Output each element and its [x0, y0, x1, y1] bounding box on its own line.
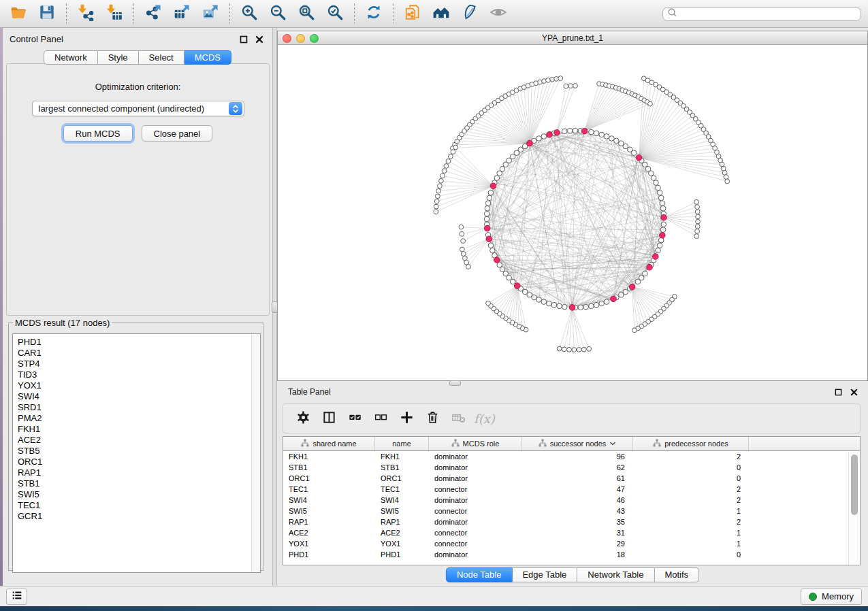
create-column-button[interactable]	[393, 406, 419, 431]
mcds-result-item[interactable]: STB5	[13, 446, 260, 457]
cell-shared-name: SWI5	[283, 507, 375, 515]
show-columns-button[interactable]	[316, 406, 342, 431]
search-input[interactable]	[680, 9, 856, 18]
mcds-result-scrollbar[interactable]	[251, 334, 260, 572]
mcds-result-item[interactable]: STB1	[13, 478, 260, 489]
tab-node-table[interactable]: Node Table	[446, 567, 513, 582]
cell-successor-nodes: 18	[522, 550, 633, 559]
mcds-result-item[interactable]: CAR1	[13, 348, 260, 359]
column-header-name[interactable]: name	[375, 437, 429, 450]
cell-name: STB1	[375, 463, 429, 472]
shared-column-icon	[301, 439, 309, 448]
mcds-result-item[interactable]: RAP1	[13, 467, 260, 478]
tab-network[interactable]: Network	[44, 50, 98, 65]
open-folder-button[interactable]	[4, 1, 33, 26]
network-canvas[interactable]	[278, 45, 867, 380]
tab-network-table[interactable]: Network Table	[577, 567, 654, 582]
mcds-result-item[interactable]: TID3	[13, 369, 260, 380]
table-row[interactable]: STB1STB1dominator620	[283, 462, 860, 473]
save-session-button[interactable]	[33, 1, 61, 26]
float-table-panel-icon[interactable]	[833, 387, 843, 397]
zoom-selected-icon	[326, 3, 344, 24]
mcds-result-item[interactable]: FKH1	[13, 424, 260, 435]
mcds-result-item[interactable]: SWI5	[13, 489, 260, 500]
vizmapper-button[interactable]	[455, 1, 484, 26]
task-history-button[interactable]	[6, 589, 27, 605]
column-header-predecessor-nodes[interactable]: predecessor nodes	[633, 437, 749, 450]
mcds-result-item[interactable]: TEC1	[13, 500, 260, 511]
import-network-button[interactable]	[71, 1, 100, 26]
table-row[interactable]: SWI5SWI5connector431	[283, 506, 860, 516]
zoom-fit-button[interactable]	[292, 1, 321, 26]
table-toolbar: f(x)	[283, 403, 861, 433]
mcds-result-item[interactable]: SRD1	[13, 402, 260, 413]
cell-mcds-role: dominator	[429, 452, 522, 461]
float-panel-icon[interactable]	[239, 35, 248, 44]
export-image-icon	[202, 3, 219, 24]
column-header-shared-name[interactable]: shared name	[283, 437, 375, 450]
table-row[interactable]: YOX1YOX1connector291	[283, 538, 860, 549]
memory-button[interactable]: Memory	[801, 589, 862, 605]
mcds-result-item[interactable]: ACE2	[13, 435, 260, 446]
cell-predecessor-nodes: 1	[633, 529, 749, 537]
tab-mcds[interactable]: MCDS	[184, 50, 231, 65]
optimization-criterion-select[interactable]: largest connected component (undirected)	[32, 101, 244, 116]
search-box[interactable]	[662, 7, 861, 21]
table-row[interactable]: FKH1FKH1dominator962	[283, 451, 860, 462]
select-all-rows-button[interactable]	[342, 406, 368, 431]
tab-select[interactable]: Select	[139, 50, 184, 65]
close-panel-button[interactable]: Close panel	[142, 125, 213, 142]
table-scrollbar[interactable]	[848, 452, 860, 565]
table-row[interactable]: TEC1TEC1connector472	[283, 484, 860, 495]
delete-columns-button[interactable]	[419, 406, 445, 431]
table-row[interactable]: ORC1ORC1dominator610	[283, 473, 860, 484]
mcds-result-item[interactable]: SWI4	[13, 391, 260, 402]
table-scrollbar-thumb[interactable]	[851, 455, 858, 515]
table-row[interactable]: PHD1PHD1dominator180	[283, 549, 860, 560]
mcds-result-item[interactable]: ORC1	[13, 457, 260, 467]
toolbar-separator	[66, 3, 67, 24]
column-header-successor-nodes[interactable]: successor nodes	[522, 437, 633, 450]
clone-network-button[interactable]	[398, 1, 427, 26]
refresh-layout-button[interactable]	[359, 1, 388, 26]
mcds-result-item[interactable]: PHD1	[13, 337, 260, 348]
eye-hidden-button[interactable]	[484, 1, 513, 26]
main-toolbar	[0, 0, 868, 28]
tab-style[interactable]: Style	[98, 50, 139, 65]
mcds-result-item[interactable]: PMA2	[13, 413, 260, 424]
close-panel-icon[interactable]	[255, 35, 264, 44]
zoom-in-button[interactable]	[235, 1, 263, 26]
network-titlebar[interactable]: YPA_prune.txt_1	[278, 31, 867, 45]
tab-edge-table[interactable]: Edge Table	[512, 567, 577, 582]
zoom-out-button[interactable]	[263, 1, 292, 26]
maximize-window-icon[interactable]	[310, 34, 319, 43]
export-image-button[interactable]	[196, 1, 225, 26]
deselect-all-rows-button[interactable]	[368, 406, 393, 431]
table-row[interactable]: ACE2ACE2connector311	[283, 527, 860, 538]
run-mcds-button[interactable]: Run MCDS	[63, 125, 133, 142]
mcds-result-item[interactable]: YOX1	[13, 380, 260, 391]
mcds-result-list[interactable]: PHD1CAR1STP4TID3YOX1SWI4SRD1PMA2FKH1ACE2…	[12, 333, 261, 573]
table-row[interactable]: SWI4SWI4dominator462	[283, 495, 860, 506]
table-delete-icon	[451, 410, 466, 428]
column-settings-button[interactable]	[290, 406, 316, 431]
table-row[interactable]: RAP1RAP1dominator352	[283, 516, 860, 527]
home-button[interactable]	[427, 1, 455, 26]
column-header-mcds-role[interactable]: MCDS role	[429, 437, 522, 450]
tab-motifs[interactable]: Motifs	[654, 567, 699, 582]
import-table-button[interactable]	[100, 1, 129, 26]
vizmapper-icon	[461, 3, 479, 24]
mcds-result-item[interactable]: STP4	[13, 359, 260, 369]
zoom-selected-button[interactable]	[321, 1, 349, 26]
cell-successor-nodes: 61	[522, 474, 633, 482]
close-window-icon[interactable]	[283, 34, 291, 43]
horizontal-splitter-handle[interactable]	[449, 380, 461, 386]
export-table-button[interactable]	[167, 1, 196, 26]
mcds-result-item[interactable]: GCR1	[13, 511, 260, 522]
main-toolbar-icons	[4, 0, 513, 27]
export-network-button[interactable]	[139, 1, 167, 26]
cell-predecessor-nodes: 0	[633, 474, 749, 482]
close-table-panel-icon[interactable]	[849, 387, 858, 397]
eye-hidden-icon	[489, 3, 507, 24]
minimize-window-icon[interactable]	[296, 34, 305, 43]
